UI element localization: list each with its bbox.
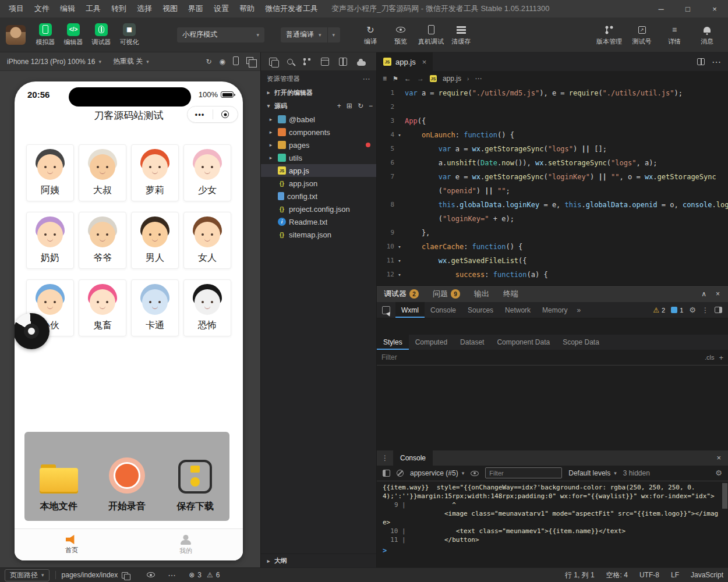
compile-button[interactable]: ↻ 编译 xyxy=(355,23,386,46)
menu-item-文件[interactable]: 文件 xyxy=(29,0,55,17)
new-file-icon[interactable]: + xyxy=(337,102,341,110)
console-filter-input[interactable] xyxy=(485,467,562,478)
file-item-@babel[interactable]: ▸@babel xyxy=(261,113,376,126)
console-context-select[interactable]: appservice (#5) ▾ xyxy=(410,469,464,477)
refresh-icon[interactable]: ↻ xyxy=(206,58,211,66)
git-branch-icon[interactable] xyxy=(303,58,311,66)
tab-component-data[interactable]: Component Data xyxy=(490,335,556,350)
voice-card-阿姨[interactable]: 阿姨 xyxy=(26,144,74,201)
close-icon[interactable]: × xyxy=(716,290,720,298)
close-button[interactable]: × xyxy=(701,0,728,17)
outline-list-icon[interactable]: ≡ xyxy=(383,74,387,83)
file-item-app.json[interactable]: {}app.json xyxy=(261,177,376,190)
gear-icon[interactable]: ⚙ xyxy=(715,469,722,477)
language-mode[interactable]: JavaScript xyxy=(691,571,723,579)
log-levels-select[interactable]: Default levels ▾ xyxy=(568,469,617,477)
tab-terminal[interactable]: 终端 xyxy=(496,286,525,302)
compile-mode-more-button[interactable]: ▾ xyxy=(327,27,335,42)
add-style-icon[interactable]: + xyxy=(719,353,723,362)
file-item-components[interactable]: ▸components xyxy=(261,126,376,139)
voice-card-萝莉[interactable]: 萝莉 xyxy=(131,144,179,201)
encoding-setting[interactable]: UTF-8 xyxy=(639,571,659,579)
file-item-utils[interactable]: ▸utils xyxy=(261,151,376,164)
file-item-pages[interactable]: ▸pages xyxy=(261,139,376,151)
save-download-button[interactable]: 保存下载 xyxy=(161,432,229,521)
maximize-button[interactable]: □ xyxy=(674,0,701,17)
tab-console[interactable]: Console xyxy=(425,302,462,318)
tab-output[interactable]: 输出 xyxy=(467,286,496,302)
messages-button[interactable]: 消息 xyxy=(692,23,722,46)
kebab-menu-icon[interactable]: ⋮ xyxy=(702,306,709,314)
tab-scope-data[interactable]: Scope Data xyxy=(556,335,606,350)
file-item-sitemap.json[interactable]: {}sitemap.json xyxy=(261,228,376,241)
tab-console-drawer[interactable]: Console xyxy=(393,450,433,466)
capsule-close-button[interactable] xyxy=(213,111,238,118)
menu-item-界面[interactable]: 界面 xyxy=(183,0,208,17)
floating-disc-button[interactable] xyxy=(15,313,50,349)
voice-card-奶奶[interactable]: 奶奶 xyxy=(26,212,74,269)
hidden-count[interactable]: 3 hidden xyxy=(623,469,650,477)
more-icon[interactable]: ⋯ xyxy=(712,56,721,68)
page-path-select[interactable]: 页面路径 ▾ xyxy=(5,569,50,581)
nav-back-icon[interactable]: ← xyxy=(404,74,411,83)
device-select[interactable]: iPhone 12/13 (Pro) 100% 16 xyxy=(7,58,95,66)
nav-forward-icon[interactable]: → xyxy=(417,74,424,83)
local-file-button[interactable]: 本地文件 xyxy=(24,432,93,521)
mode-select[interactable]: 小程序模式 ▾ xyxy=(177,27,264,42)
file-item-app.js[interactable]: JSapp.js xyxy=(261,164,376,177)
voice-card-女人[interactable]: 女人 xyxy=(183,212,231,269)
menu-item-编辑[interactable]: 编辑 xyxy=(55,0,80,17)
visualizer-toggle-button[interactable]: ▦ 可视化 xyxy=(115,23,143,47)
version-manage-button[interactable]: 版本管理 xyxy=(594,23,624,46)
breadcrumb-more[interactable]: ⋯ xyxy=(475,74,482,83)
eye-icon[interactable] xyxy=(147,571,155,579)
gear-icon[interactable]: ⚙ xyxy=(689,306,696,314)
eye-icon[interactable] xyxy=(471,468,479,478)
clear-cache-button[interactable]: 清缓存 xyxy=(446,23,476,46)
hot-reload-toggle[interactable]: 热重载 关 xyxy=(113,56,143,66)
console-sidebar-icon[interactable] xyxy=(383,470,390,477)
voice-card-爷爷[interactable]: 爷爷 xyxy=(79,212,126,269)
source-section[interactable]: ▾ 源码 + ⊞ ↻ − xyxy=(261,99,376,113)
split-window-icon[interactable] xyxy=(339,58,347,66)
file-item-project.config.json[interactable]: {}project.config.json xyxy=(261,203,376,215)
warning-count[interactable]: 2 xyxy=(662,307,665,314)
dock-side-icon[interactable] xyxy=(715,307,722,313)
indent-setting[interactable]: 空格: 4 xyxy=(606,570,628,580)
minimize-button[interactable]: ─ xyxy=(648,0,674,17)
tab-styles[interactable]: Styles xyxy=(377,335,409,350)
voice-card-卡通[interactable]: 卡通 xyxy=(131,279,179,336)
menu-item-帮助[interactable]: 帮助 xyxy=(234,0,260,17)
cloud-icon[interactable] xyxy=(357,61,366,66)
tab-app-js[interactable]: JS app.js × xyxy=(377,52,433,71)
console-output[interactable]: {{item.way}} style="{{onChangeWay==idx?'… xyxy=(377,481,728,568)
console-prompt[interactable]: > xyxy=(377,544,728,555)
more-icon[interactable]: ⋯ xyxy=(168,570,176,580)
file-item-Readme.txt[interactable]: iReadme.txt xyxy=(261,215,376,228)
tab-overflow-icon[interactable]: » xyxy=(573,302,584,318)
menu-item-选择[interactable]: 选择 xyxy=(132,0,157,17)
clear-console-icon[interactable] xyxy=(397,470,404,477)
split-editor-icon[interactable] xyxy=(697,58,705,65)
menu-item-设置[interactable]: 设置 xyxy=(208,0,234,17)
info-count[interactable]: 1 xyxy=(680,307,683,314)
tab-computed[interactable]: Computed xyxy=(409,335,454,350)
menu-item-项目[interactable]: 项目 xyxy=(3,0,29,17)
inspect-element-icon[interactable] xyxy=(382,306,390,314)
menu-item-工具[interactable]: 工具 xyxy=(80,0,106,17)
window-icon[interactable] xyxy=(321,58,329,66)
file-item-config.txt[interactable]: config.txt xyxy=(261,190,376,203)
voice-card-少女[interactable]: 少女 xyxy=(183,144,231,201)
search-icon[interactable] xyxy=(287,59,293,65)
open-editors-section[interactable]: ▸ 打开的编辑器 xyxy=(261,86,376,99)
menu-item-微信开发者工具[interactable]: 微信开发者工具 xyxy=(260,0,323,17)
start-record-button[interactable]: 开始录音 xyxy=(93,432,161,521)
device-frame-icon[interactable] xyxy=(233,56,239,67)
styles-filter-input[interactable] xyxy=(381,353,700,361)
capsule-more-button[interactable]: ••• xyxy=(188,111,213,119)
test-account-button[interactable]: ↗ 测试号 xyxy=(627,23,657,46)
new-folder-icon[interactable]: ⊞ xyxy=(347,102,352,110)
refresh-icon[interactable]: ↻ xyxy=(358,102,363,110)
kebab-menu-icon[interactable]: ⋮ xyxy=(381,454,388,462)
scrollbar-thumb[interactable] xyxy=(722,483,727,509)
